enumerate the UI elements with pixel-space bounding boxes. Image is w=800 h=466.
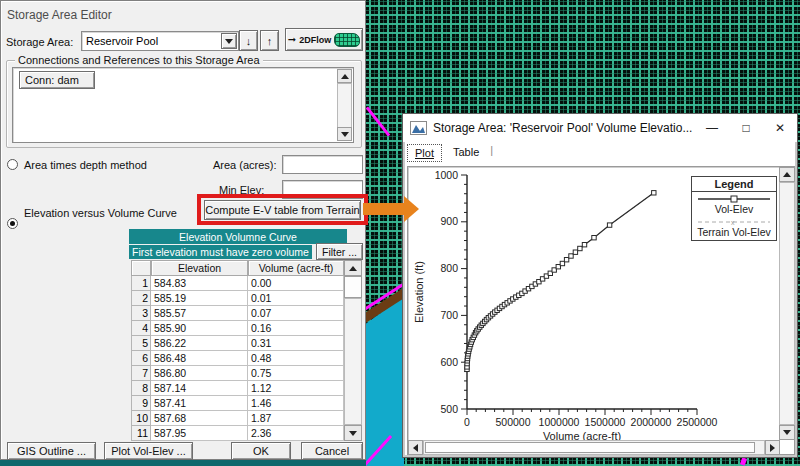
vol-elev-line-sample xyxy=(698,194,770,203)
elev-volume-radio[interactable] xyxy=(7,218,18,229)
gis-outline-button[interactable]: GIS Outline ... xyxy=(7,442,96,460)
table-row[interactable]: 6 586.48 0.48 xyxy=(131,351,344,366)
plot-vscroll-down-button[interactable] xyxy=(779,425,795,440)
elevation-cell[interactable]: 587.95 xyxy=(151,426,248,441)
convert-2dflow-button[interactable]: ➞ 2DFlow xyxy=(285,28,363,51)
elevation-cell[interactable]: 585.90 xyxy=(151,321,248,336)
svg-text:x: x xyxy=(731,219,735,226)
connections-list: Conn: dam xyxy=(12,67,354,143)
dialog-title: Storage Area Editor xyxy=(7,8,112,22)
elevation-cell[interactable]: 585.57 xyxy=(151,306,248,321)
close-icon: ✕ xyxy=(775,121,785,135)
volume-cell[interactable]: 1.87 xyxy=(248,411,344,426)
table-row[interactable]: 3 585.57 0.07 xyxy=(131,306,344,321)
table-row[interactable]: 7 586.80 0.75 xyxy=(131,366,344,381)
volume-elevation-plot-window: Storage Area: 'Reservoir Pool' Volume El… xyxy=(402,113,798,458)
volume-cell[interactable]: 0.01 xyxy=(248,291,344,306)
row-number: 10 xyxy=(131,411,151,426)
curve-note-label: First elevation must have zero volume xyxy=(132,246,309,258)
dropdown-button[interactable] xyxy=(221,33,237,49)
scroll-right-icon xyxy=(770,444,775,452)
legend-series-2: Terrain Vol-Elev xyxy=(692,226,776,240)
volume-cell[interactable]: 1.46 xyxy=(248,396,344,411)
plot-hscrollbar[interactable] xyxy=(423,440,765,455)
filter-button[interactable]: Filter ... xyxy=(316,243,363,260)
elevation-cell[interactable]: 587.14 xyxy=(151,381,248,396)
map-boundary-tick xyxy=(740,457,747,465)
list-scroll-down-button[interactable] xyxy=(337,127,352,141)
map-boundary-line-2 xyxy=(366,106,391,136)
table-row[interactable]: 2 585.19 0.01 xyxy=(131,291,344,306)
elevation-cell[interactable]: 587.68 xyxy=(151,411,248,426)
svg-text:Volume (acre-ft): Volume (acre-ft) xyxy=(543,430,621,440)
close-button[interactable]: ✕ xyxy=(763,118,797,138)
scroll-left-icon xyxy=(413,444,418,452)
volume-cell[interactable]: 1.12 xyxy=(248,381,344,396)
volume-cell[interactable]: 0.00 xyxy=(248,276,344,291)
storage-area-value: Reservoir Pool xyxy=(86,35,158,47)
list-scroll-up-button[interactable] xyxy=(337,69,352,83)
area-depth-radio[interactable] xyxy=(7,159,18,170)
plot-hscroll-right-button[interactable] xyxy=(765,440,780,455)
volume-cell[interactable]: 0.07 xyxy=(248,306,344,321)
scroll-up-icon xyxy=(341,74,349,79)
table-row[interactable]: 10 587.68 1.87 xyxy=(131,411,344,426)
table-scroll-down-button[interactable] xyxy=(344,425,362,441)
legend-series-1: Vol-Elev xyxy=(692,203,776,215)
area-acres-input[interactable] xyxy=(282,155,363,174)
scroll-down-icon xyxy=(341,132,349,137)
row-number: 6 xyxy=(131,351,151,366)
row-number: 2 xyxy=(131,291,151,306)
volume-cell[interactable]: 0.75 xyxy=(248,366,344,381)
minimize-button[interactable]: — xyxy=(695,118,729,138)
maximize-button[interactable]: □ xyxy=(729,118,763,138)
plot-window-titlebar[interactable]: Storage Area: 'Reservoir Pool' Volume El… xyxy=(403,114,797,142)
connection-dam-button[interactable]: Conn: dam xyxy=(19,71,95,89)
tab-table[interactable]: Table xyxy=(446,144,486,162)
elevation-cell[interactable]: 584.83 xyxy=(151,276,248,291)
table-row[interactable]: 5 586.22 0.31 xyxy=(131,336,344,351)
volume-cell[interactable]: 0.48 xyxy=(248,351,344,366)
elevation-cell[interactable]: 587.41 xyxy=(151,396,248,411)
next-storage-area-button[interactable]: ↑ xyxy=(260,30,279,51)
elevation-cell[interactable]: 586.48 xyxy=(151,351,248,366)
plot-hscroll-left-button[interactable] xyxy=(408,440,423,455)
ok-button[interactable]: OK xyxy=(231,442,291,460)
storage-area-dropdown[interactable]: Reservoir Pool xyxy=(81,31,239,51)
elevation-cell[interactable]: 586.22 xyxy=(151,336,248,351)
elevation-cell[interactable]: 585.19 xyxy=(151,291,248,306)
callout-arrow-head-icon xyxy=(404,196,419,222)
plot-vscrollbar[interactable] xyxy=(779,182,795,425)
tab-plot[interactable]: Plot xyxy=(407,144,442,162)
storage-area-editor-dialog: Storage Area Editor Storage Area: Reserv… xyxy=(0,0,366,460)
row-number: 8 xyxy=(131,381,151,396)
chart-legend: Legend Vol-Elev x Terrain Vol-Elev xyxy=(691,176,777,241)
plot-vscroll-up-button[interactable] xyxy=(779,167,795,182)
table-row[interactable]: 9 587.41 1.46 xyxy=(131,396,344,411)
arrow-down-icon: ↓ xyxy=(246,35,252,47)
curve-header-label: Elevation Volumne Curve xyxy=(179,231,297,243)
plot-client-area: 5006007008009001000050000010000001500000… xyxy=(407,166,795,455)
plot-vol-elev-button[interactable]: Plot Vol-Elev ... xyxy=(104,442,193,460)
table-scroll-up-button[interactable] xyxy=(344,260,362,276)
cancel-button[interactable]: Cancel xyxy=(301,442,363,460)
compute-ev-table-button[interactable]: Compute E-V table from Terrain xyxy=(204,200,361,220)
table-row[interactable]: 4 585.90 0.16 xyxy=(131,321,344,336)
volume-cell[interactable]: 0.31 xyxy=(248,336,344,351)
plot-hscrollbar-thumb[interactable] xyxy=(425,442,755,453)
table-row[interactable]: 1 584.83 0.00 xyxy=(131,276,344,291)
scroll-down-icon xyxy=(349,431,357,436)
table-scrollbar[interactable] xyxy=(344,298,362,425)
volume-cell[interactable]: 0.16 xyxy=(248,321,344,336)
list-scrollbar[interactable] xyxy=(337,83,352,129)
volume-cell[interactable]: 2.36 xyxy=(248,426,344,441)
plot-window-title: Storage Area: 'Reservoir Pool' Volume El… xyxy=(433,121,695,135)
table-row[interactable]: 11 587.95 2.36 xyxy=(131,426,344,441)
prev-storage-area-button[interactable]: ↓ xyxy=(239,30,258,51)
screen: Storage Area Editor Storage Area: Reserv… xyxy=(0,0,800,466)
elevation-cell[interactable]: 586.80 xyxy=(151,366,248,381)
svg-text:700: 700 xyxy=(440,309,458,321)
table-row[interactable]: 8 587.14 1.12 xyxy=(131,381,344,396)
table-scrollbar-thumb[interactable] xyxy=(344,276,362,298)
svg-text:1000000: 1000000 xyxy=(539,416,580,428)
